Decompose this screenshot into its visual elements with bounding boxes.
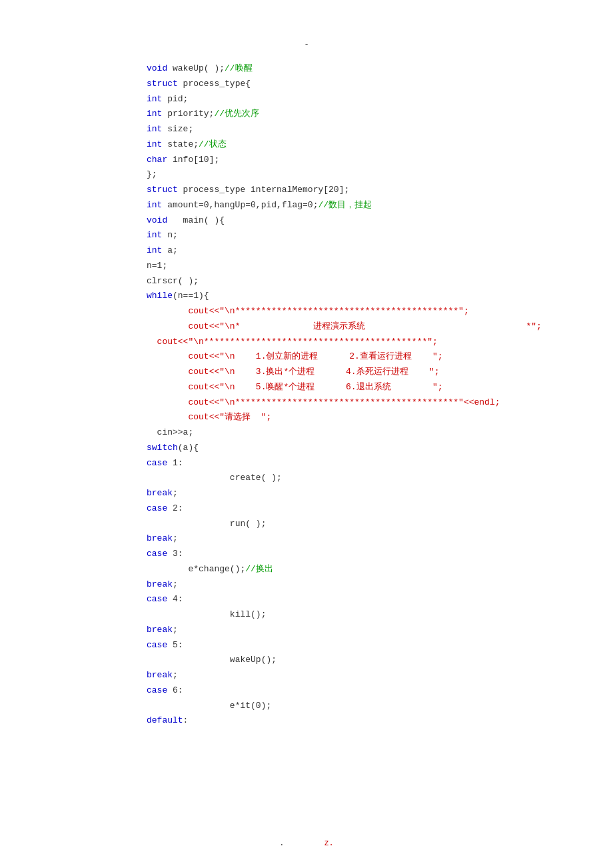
keyword: default: [147, 715, 183, 725]
top-dash: -: [0, 40, 613, 49]
code-line: break;: [147, 531, 586, 547]
code-block: void wakeUp( );//唤醒 struct process_type{…: [0, 61, 613, 729]
code-line: struct process_type internalMemory[20];: [147, 183, 586, 198]
code-line: cout<<"\n* 进程演示系统 *";: [147, 319, 586, 335]
code-line: e*change();//换出: [147, 562, 586, 577]
code-line: };: [147, 167, 586, 183]
bottom-left-text: .: [279, 839, 284, 848]
keyword: struct: [147, 185, 178, 195]
code-line: cout<<"请选择 ";: [147, 410, 586, 425]
code-line: case 4:: [147, 592, 586, 607]
keyword: void: [147, 63, 167, 73]
keyword: case: [147, 503, 167, 513]
code-line: cout<<"\n*******************************…: [147, 395, 586, 411]
keyword: int: [147, 139, 162, 149]
keyword: break: [147, 625, 173, 635]
keyword: case: [147, 549, 167, 559]
keyword: case: [147, 685, 167, 695]
code-line: int pid;: [147, 92, 586, 107]
code-line: run( );: [147, 517, 586, 532]
code-line: cout<<"\n*******************************…: [147, 335, 586, 350]
code-line: void main( ){: [147, 213, 586, 229]
keyword: void: [147, 215, 167, 225]
code-line: switch(a){: [147, 441, 586, 456]
code-line: wakeUp();: [147, 653, 586, 668]
code-line: case 5:: [147, 638, 586, 653]
keyword: break: [147, 579, 173, 589]
code-line: case 1:: [147, 456, 586, 471]
keyword: struct: [147, 79, 178, 89]
code-line: case 6:: [147, 683, 586, 699]
code-line: int size;: [147, 122, 586, 137]
code-line: cin>>a;: [147, 425, 586, 441]
code-line: break;: [147, 577, 586, 593]
code-line: char info[10];: [147, 153, 586, 168]
code-line: int state;//状态: [147, 137, 586, 153]
code-line: kill();: [147, 607, 586, 623]
code-line: void wakeUp( );//唤醒: [147, 61, 586, 77]
keyword: int: [147, 245, 162, 255]
keyword: break: [147, 488, 173, 498]
code-line: int a;: [147, 243, 586, 259]
keyword: int: [147, 124, 162, 134]
code-line: int n;: [147, 228, 586, 243]
code-line: cout<<"\n 1.创立新的进程 2.查看运行进程 ";: [147, 349, 586, 365]
code-line: cout<<"\n 5.唤醒*个进程 6.退出系统 ";: [147, 380, 586, 395]
keyword: int: [147, 94, 162, 104]
bottom-right-text: z.: [324, 839, 333, 848]
code-line: n=1;: [147, 259, 586, 274]
keyword: break: [147, 670, 173, 680]
keyword: break: [147, 533, 173, 543]
code-line: break;: [147, 668, 586, 683]
bottom-bar: . z.: [0, 839, 613, 848]
code-line: default:: [147, 713, 586, 729]
code-line: clrscr( );: [147, 274, 586, 289]
keyword: int: [147, 230, 162, 240]
keyword: switch: [147, 443, 178, 453]
code-line: while(n==1){: [147, 289, 586, 304]
keyword: char: [147, 155, 167, 165]
keyword: case: [147, 640, 167, 650]
code-line: cout<<"\n*******************************…: [147, 304, 586, 319]
code-line: e*it(0);: [147, 699, 586, 714]
code-line: case 3:: [147, 547, 586, 562]
code-line: int amount=0,hangUp=0,pid,flag=0;//数目，挂起: [147, 198, 586, 213]
code-line: case 2:: [147, 501, 586, 517]
code-line: struct process_type{: [147, 77, 586, 92]
keyword: int: [147, 200, 162, 210]
code-line: break;: [147, 623, 586, 638]
code-line: cout<<"\n 3.换出*个进程 4.杀死运行进程 ";: [147, 365, 586, 380]
keyword: case: [147, 458, 167, 468]
keyword: int: [147, 109, 162, 119]
code-line: int priority;//优先次序: [147, 107, 586, 122]
code-line: create( );: [147, 471, 586, 486]
keyword: while: [147, 291, 173, 301]
keyword: case: [147, 594, 167, 604]
page: - void wakeUp( );//唤醒 struct process_typ…: [0, 0, 613, 868]
code-line: break;: [147, 486, 586, 501]
